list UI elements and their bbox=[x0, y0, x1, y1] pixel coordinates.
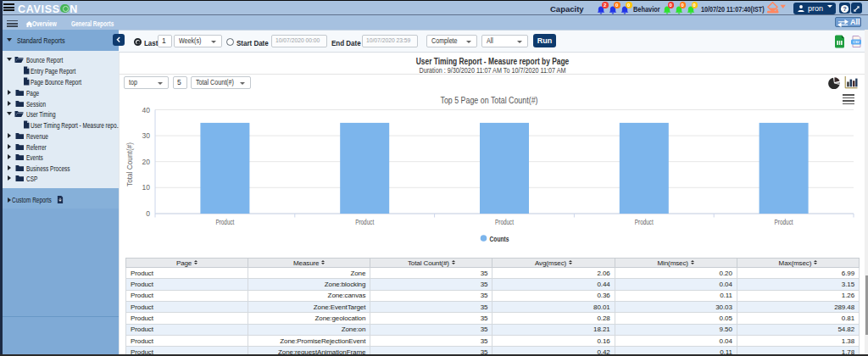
svg-text:40: 40 bbox=[142, 106, 151, 114]
svg-text:0: 0 bbox=[146, 209, 150, 218]
svg-text:Total Count(#): Total Count(#) bbox=[125, 142, 134, 186]
svg-text:10: 10 bbox=[142, 183, 151, 192]
svg-text:CSV: CSV bbox=[853, 41, 860, 44]
svg-text:?: ? bbox=[843, 5, 847, 13]
svg-text:20: 20 bbox=[142, 158, 151, 166]
svg-text:Product: Product bbox=[355, 218, 374, 226]
svg-text:Product: Product bbox=[635, 218, 654, 226]
svg-text:Top 5 Page on Total Count(#): Top 5 Page on Total Count(#) bbox=[441, 96, 538, 105]
svg-text:Counts: Counts bbox=[490, 235, 509, 243]
svg-text:Product: Product bbox=[215, 218, 234, 226]
svg-text:Product: Product bbox=[775, 218, 793, 226]
svg-text:Product: Product bbox=[495, 218, 514, 226]
svg-text:30: 30 bbox=[142, 131, 151, 140]
